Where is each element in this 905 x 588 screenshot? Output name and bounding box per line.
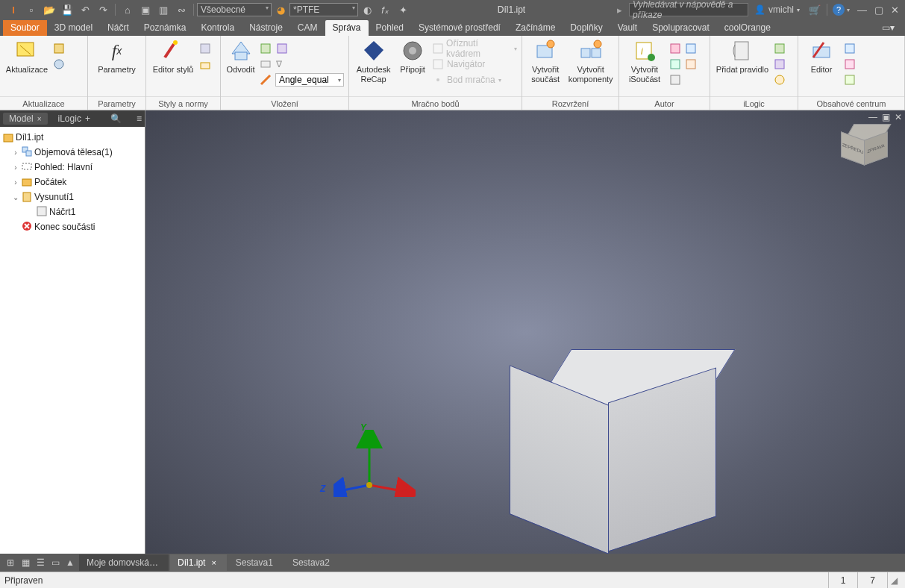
tab-spolupracovat[interactable]: Spolupracovat	[645, 20, 717, 36]
vp-close-icon[interactable]: ✕	[895, 112, 902, 122]
close-icon[interactable]: ×	[37, 115, 42, 123]
tab-nacrt[interactable]: Náčrt	[100, 20, 137, 36]
tab-cam[interactable]: CAM	[290, 20, 325, 36]
insert-sm4-icon[interactable]: ∇	[275, 57, 289, 71]
close-icon[interactable]: ×	[211, 558, 216, 567]
insert-sm2-icon[interactable]	[275, 42, 289, 55]
tab-kontrola[interactable]: Kontrola	[193, 20, 242, 36]
material-combo[interactable]: Všeobecné	[197, 3, 272, 16]
nav-grid-icon[interactable]: ▦	[18, 555, 33, 570]
make-components-button[interactable]: Vytvořit komponenty	[567, 39, 614, 84]
doc-tab-sestava1[interactable]: Sestava1	[228, 554, 284, 571]
save-icon[interactable]: 💾	[60, 3, 74, 16]
help-icon[interactable]: ?	[833, 4, 845, 16]
nav-single-icon[interactable]: ▭	[48, 555, 63, 570]
parameters-button[interactable]: fx Parametry	[95, 39, 140, 75]
nav-list-icon[interactable]: ☰	[33, 555, 48, 570]
appearance-combo[interactable]: *PTFE	[289, 3, 358, 16]
assembly-icon[interactable]: ▣	[139, 3, 152, 16]
add-icon[interactable]: +	[85, 113, 90, 124]
status-resize-icon[interactable]: ◢	[887, 572, 901, 588]
tab-coolorange[interactable]: coolOrange	[717, 20, 778, 36]
tab-3dmodel[interactable]: 3D model	[47, 20, 100, 36]
plus-icon[interactable]: ✦	[396, 3, 410, 16]
autor-sm1-icon[interactable]	[668, 42, 682, 55]
help-search[interactable]: Vyhledávat v nápovědě a příkaze	[629, 3, 748, 16]
fx-icon[interactable]: fₓ	[378, 3, 392, 16]
search-go-icon[interactable]: ▸	[613, 3, 627, 16]
new-icon[interactable]: ▫	[25, 3, 38, 16]
panel-title-ilogic[interactable]: iLogic	[710, 96, 798, 110]
update-button[interactable]: Aktualizace	[4, 39, 49, 75]
minimize-button[interactable]: —	[857, 4, 867, 16]
ilogic-sm2-icon[interactable]	[773, 57, 786, 71]
panel-title-parametry[interactable]: Parametry	[88, 96, 145, 110]
make-part-button[interactable]: Vytvořit součást	[527, 39, 564, 84]
tab-sysprostredi[interactable]: Systémové prostředí	[411, 20, 508, 36]
appearance-icon[interactable]: ◕	[274, 3, 287, 16]
vp-minimize-icon[interactable]: —	[868, 112, 877, 122]
tab-vault[interactable]: Vault	[610, 20, 645, 36]
tab-soubor[interactable]: Soubor	[3, 20, 47, 36]
autor-sm2-icon[interactable]	[684, 42, 698, 55]
user-account[interactable]: 👤 vmichl ▾	[754, 4, 800, 15]
link-icon[interactable]: ∾	[175, 3, 188, 16]
viewcube[interactable]: ZEPŘEDU ZPRAVA	[844, 124, 892, 172]
update-sm1-icon[interactable]	[52, 42, 66, 55]
tree-origin[interactable]: ›Počátek	[1, 175, 143, 190]
measure-icon[interactable]: ◐	[360, 3, 374, 16]
cc-sm1-icon[interactable]	[843, 42, 857, 55]
tab-sprava[interactable]: Správa	[325, 20, 369, 36]
browser-tab-model[interactable]: Model×	[3, 113, 48, 125]
cc-sm3-icon[interactable]	[843, 73, 857, 87]
cc-sm2-icon[interactable]	[843, 57, 857, 71]
autor-sm5-icon[interactable]	[668, 73, 682, 87]
update-sm2-icon[interactable]	[52, 57, 66, 71]
doc-tab-dil1[interactable]: Díl1.ipt×	[170, 554, 227, 571]
close-button[interactable]: ✕	[891, 4, 899, 16]
redo-icon[interactable]: ↷	[96, 3, 110, 16]
tree-root[interactable]: Díl1.ipt	[1, 130, 143, 145]
style-editor-button[interactable]: Editor stylů	[151, 39, 195, 75]
tree-sketch[interactable]: Náčrt1	[1, 204, 143, 219]
create-ipart-button[interactable]: i Vytvořit iSoučást	[624, 39, 666, 84]
ribbon-collapse-icon[interactable]: ▭▾	[874, 20, 905, 36]
open-icon[interactable]: 📂	[43, 3, 56, 16]
tree-extrude[interactable]: ⌄Vysunutí1	[1, 190, 143, 204]
home-icon[interactable]: ⌂	[121, 3, 134, 16]
tab-zaciname[interactable]: Začínáme	[508, 20, 563, 36]
derive-button[interactable]: Odvodit	[225, 39, 256, 75]
search-icon[interactable]: 🔍	[110, 113, 122, 124]
vp-restore-icon[interactable]: ▣	[882, 112, 890, 122]
tab-poznamka[interactable]: Poznámka	[137, 20, 194, 36]
nav-tree-icon[interactable]: ⊞	[3, 555, 18, 570]
viewport[interactable]: — ▣ ✕ ZEPŘEDU ZPRAVA Y	[145, 110, 905, 554]
menu-icon[interactable]: ≡	[137, 113, 142, 124]
ilogic-sm1-icon[interactable]	[773, 42, 786, 55]
editor-button[interactable]: Editor	[803, 39, 840, 75]
autor-sm4-icon[interactable]	[684, 57, 698, 71]
insert-sm5-icon[interactable]	[259, 73, 272, 87]
tree-solids[interactable]: ›Objemová tělesa(1)	[1, 145, 143, 160]
doc-tab-sestava2[interactable]: Sestava2	[285, 554, 340, 571]
add-rule-button[interactable]: Přidat pravidlo	[715, 39, 770, 75]
cart-icon[interactable]: 🛒	[808, 3, 821, 16]
styles-sm2-icon[interactable]	[198, 57, 212, 71]
autor-sm3-icon[interactable]	[668, 57, 682, 71]
ilogic-sm3-icon[interactable]	[773, 73, 786, 87]
insert-sm3-icon[interactable]	[259, 57, 272, 71]
parameter-combo[interactable]: Angle_equal	[275, 73, 344, 87]
tab-pohled[interactable]: Pohled	[369, 20, 411, 36]
undo-icon[interactable]: ↶	[78, 3, 92, 16]
styles-sm1-icon[interactable]	[198, 42, 212, 55]
nav-up-icon[interactable]: ▲	[63, 555, 78, 570]
tab-nastroje[interactable]: Nástroje	[242, 20, 290, 36]
insert-sm1-icon[interactable]	[259, 42, 272, 55]
attach-button[interactable]: Připojit	[396, 39, 429, 75]
recap-button[interactable]: Autodesk ReCap	[354, 39, 393, 84]
doc-tab-home[interactable]: Moje domovská…	[79, 554, 169, 571]
projects-icon[interactable]: ▥	[157, 3, 170, 16]
tree-view[interactable]: ›Pohled: Hlavní	[1, 160, 143, 175]
tree-end[interactable]: Konec součásti	[1, 219, 143, 234]
maximize-button[interactable]: ▢	[874, 4, 883, 16]
